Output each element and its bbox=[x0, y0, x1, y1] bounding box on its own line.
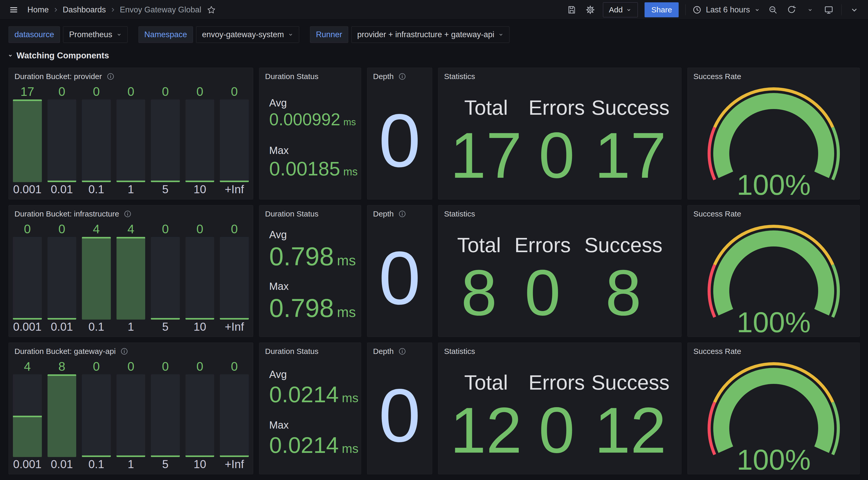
panel-title-bar[interactable]: Statistics bbox=[438, 343, 681, 357]
info-icon[interactable] bbox=[120, 348, 128, 355]
bucket-bars: 40.00180.0100.101050100+Inf bbox=[9, 357, 253, 474]
panel-title: Duration Status bbox=[265, 347, 318, 356]
tv-kiosk-icon[interactable] bbox=[823, 4, 835, 16]
breadcrumb-current: Envoy Gateway Global bbox=[120, 5, 201, 14]
stat-label: Total bbox=[457, 233, 501, 257]
panel-title-bar[interactable]: Duration Status bbox=[259, 68, 361, 82]
bucket-bar: 40.1 bbox=[82, 221, 111, 334]
caret-down-icon bbox=[288, 32, 293, 37]
bucket-bar-track bbox=[82, 374, 111, 457]
runner-select[interactable]: provider + infrastructure + gateway-api bbox=[351, 26, 510, 43]
panel-title-bar[interactable]: Depth bbox=[367, 68, 432, 82]
panel-title-bar[interactable]: Depth bbox=[367, 205, 432, 219]
panel-success-rate: Success Rate 100% bbox=[687, 342, 860, 474]
chevron-down-icon[interactable] bbox=[848, 4, 860, 16]
namespace-label: Namespace bbox=[138, 26, 193, 43]
panel-title-bar[interactable]: Statistics bbox=[438, 205, 681, 219]
breadcrumb-dashboards[interactable]: Dashboards bbox=[63, 5, 106, 14]
bucket-bar-track bbox=[13, 374, 42, 457]
breadcrumb-home[interactable]: Home bbox=[27, 5, 49, 14]
bucket-axis-label: 1 bbox=[128, 182, 134, 197]
panel-duration-bucket: Duration Bucket: infrastructure 00.00100… bbox=[8, 205, 253, 337]
panel-success-rate: Success Rate 100% bbox=[687, 205, 860, 337]
stat-value: 8 bbox=[461, 257, 497, 329]
bucket-value: 0 bbox=[196, 358, 203, 374]
bucket-bar-track bbox=[117, 374, 146, 457]
panel-title: Duration Bucket: infrastructure bbox=[14, 210, 119, 218]
max-value: 0.0214ms bbox=[269, 432, 356, 458]
panel-title-bar[interactable]: Duration Bucket: gateway-api bbox=[9, 343, 253, 357]
bucket-bar: 00.1 bbox=[82, 84, 111, 197]
info-icon[interactable] bbox=[398, 72, 406, 80]
namespace-select[interactable]: envoy-gateway-system bbox=[196, 26, 299, 43]
bucket-bar-track bbox=[220, 237, 249, 320]
bucket-bar-fill bbox=[13, 99, 42, 182]
info-icon[interactable] bbox=[398, 348, 406, 355]
clock-icon bbox=[692, 5, 702, 14]
hamburger-menu-icon[interactable] bbox=[8, 4, 20, 16]
panel-duration-status: Duration Status Avg 0.0214ms Max 0.0214m… bbox=[259, 342, 361, 474]
panel-title-bar[interactable]: Success Rate bbox=[688, 205, 860, 219]
panel-title-bar[interactable]: Success Rate bbox=[688, 343, 860, 357]
gear-icon[interactable] bbox=[584, 4, 596, 16]
panel-title-bar[interactable]: Depth bbox=[367, 343, 432, 357]
datasource-value: Prometheus bbox=[69, 30, 112, 39]
dashboard-grid: Duration Bucket: provider 170.00100.0100… bbox=[0, 60, 868, 474]
caret-down-icon bbox=[626, 7, 632, 13]
gauge-value: 100% bbox=[737, 444, 810, 474]
save-icon[interactable] bbox=[566, 4, 578, 16]
bucket-bar: 0+Inf bbox=[220, 358, 249, 472]
bucket-value: 0 bbox=[58, 221, 65, 237]
avg-label: Avg bbox=[269, 229, 356, 241]
max-label: Max bbox=[269, 419, 356, 431]
stat-value: 0 bbox=[538, 120, 575, 191]
info-icon[interactable] bbox=[398, 210, 406, 218]
info-icon[interactable] bbox=[124, 210, 131, 218]
toolbar-divider bbox=[841, 4, 842, 15]
info-icon[interactable] bbox=[107, 72, 115, 80]
bucket-bar-fill bbox=[185, 455, 214, 457]
panel-title-bar[interactable]: Success Rate bbox=[688, 68, 860, 82]
refresh-icon[interactable] bbox=[785, 4, 798, 16]
bucket-axis-label: 5 bbox=[162, 457, 168, 472]
bucket-axis-label: +Inf bbox=[225, 320, 244, 334]
panel-title-bar[interactable]: Duration Bucket: infrastructure bbox=[9, 205, 253, 219]
bucket-bar-fill bbox=[82, 455, 111, 457]
panel-title: Depth bbox=[373, 210, 394, 218]
panel-title-bar[interactable]: Duration Status bbox=[259, 343, 361, 357]
stat-column: Total12 bbox=[450, 359, 522, 466]
panel-statistics: Statistics Total12Errors0Success12 bbox=[438, 342, 681, 474]
panel-title: Success Rate bbox=[693, 347, 741, 356]
panel-title-bar[interactable]: Duration Bucket: provider bbox=[9, 68, 253, 82]
gauge-body: 100% bbox=[688, 82, 860, 199]
time-range-picker[interactable]: Last 6 hours bbox=[692, 5, 760, 14]
panel-title: Statistics bbox=[444, 72, 475, 81]
bucket-value: 0 bbox=[162, 221, 169, 237]
stat-label: Success bbox=[591, 96, 669, 120]
bucket-bar-track bbox=[82, 99, 111, 182]
panel-title-bar[interactable]: Duration Status bbox=[259, 205, 361, 219]
bucket-bar-fill bbox=[82, 237, 111, 320]
panel-title-bar[interactable]: Statistics bbox=[438, 68, 681, 82]
panel-depth: Depth 0 bbox=[367, 342, 432, 474]
bucket-bar-track bbox=[117, 99, 146, 182]
row-section-watching-components[interactable]: Watching Components bbox=[7, 51, 868, 60]
refresh-interval-caret-icon[interactable] bbox=[804, 4, 816, 16]
panel-success-rate: Success Rate 100% bbox=[687, 68, 860, 200]
star-icon[interactable] bbox=[206, 4, 217, 16]
stat-label: Total bbox=[464, 371, 508, 394]
bucket-value: 0 bbox=[127, 358, 134, 374]
bucket-bar-track bbox=[220, 374, 249, 457]
bucket-value: 0 bbox=[231, 221, 238, 237]
bucket-value: 0 bbox=[231, 84, 238, 99]
bucket-axis-label: 5 bbox=[162, 320, 168, 334]
bucket-value: 0 bbox=[196, 221, 203, 237]
zoom-out-icon[interactable] bbox=[767, 4, 779, 16]
datasource-select[interactable]: Prometheus bbox=[63, 26, 127, 43]
bucket-value: 0 bbox=[162, 84, 169, 99]
add-button[interactable]: Add bbox=[603, 2, 638, 17]
avg-value: 0.000992ms bbox=[269, 110, 356, 129]
namespace-value: envoy-gateway-system bbox=[202, 30, 284, 39]
share-button[interactable]: Share bbox=[645, 2, 679, 17]
panel-title: Depth bbox=[373, 347, 394, 356]
